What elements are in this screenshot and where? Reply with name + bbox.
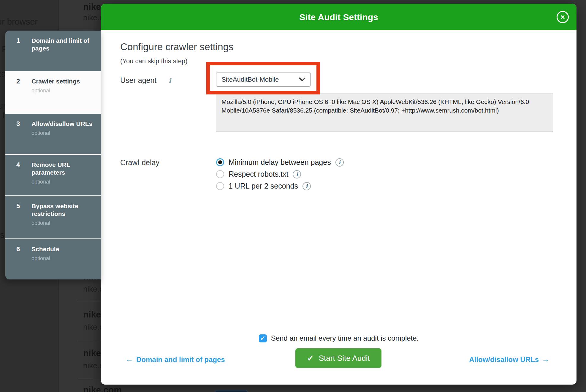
close-icon[interactable]: ✕ [557, 11, 569, 23]
info-icon[interactable]: i [169, 77, 171, 84]
step-optional-label: optional [31, 219, 98, 227]
step-schedule[interactable]: 6 Schedule optional [5, 238, 101, 279]
start-button-label: Start Site Audit [319, 354, 370, 363]
step-optional-label: optional [31, 255, 98, 262]
step-number: 5 [5, 202, 31, 238]
email-notification-row: ✓ Send an email every time an audit is c… [101, 334, 577, 342]
user-agent-label: User agent [120, 76, 156, 85]
radio-respect-robots[interactable]: Respect robots.txt i [216, 170, 344, 178]
radio-button[interactable] [216, 158, 224, 166]
next-link-label: Allow/disallow URLs [469, 355, 539, 364]
wizard-steps-sidebar: 1 Domain and limit of pages 2 Crawler se… [5, 31, 101, 279]
background-divider [77, 379, 101, 379]
arrow-right-icon: → [542, 355, 549, 364]
step-optional-label: optional [31, 129, 98, 137]
skip-step-note: (You can skip this step) [120, 57, 188, 65]
site-audit-settings-screen: ur browser P ta ur l f s nike nike.c nik… [0, 0, 586, 392]
step-bypass-website-restrictions[interactable]: 5 Bypass website restrictions optional [5, 195, 101, 238]
step-number: 6 [5, 245, 31, 279]
step-optional-label: optional [31, 87, 98, 94]
step-title: Domain and limit of pages [31, 37, 89, 52]
crawl-delay-label: Crawl-delay [120, 158, 159, 167]
step-domain-and-limit[interactable]: 1 Domain and limit of pages [5, 31, 101, 71]
background-divider [77, 340, 101, 340]
background-project-domain: nike.c [83, 361, 103, 370]
step-remove-url-parameters[interactable]: 4 Remove URL parameters optional [5, 154, 101, 195]
info-icon[interactable]: i [293, 170, 301, 178]
background-blue-button [215, 390, 248, 392]
next-allow-disallow-link[interactable]: Allow/disallow URLs → [469, 355, 549, 364]
background-project-domain: nike.c [83, 13, 103, 22]
back-to-domain-link[interactable]: ← Domain and limit of pages [126, 355, 225, 364]
modal-title: Site Audit Settings [299, 12, 378, 22]
user-agent-dropdown[interactable]: SiteAuditBot-Mobile [216, 72, 311, 87]
page-title: Configure crawler settings [120, 41, 234, 53]
background-project-name: nike. [83, 309, 103, 320]
site-audit-settings-modal: Site Audit Settings ✕ Configure crawler … [101, 4, 577, 385]
radio-one-url-per-2s[interactable]: 1 URL per 2 seconds i [216, 182, 344, 190]
step-title: Crawler settings [31, 78, 80, 85]
radio-label: Minimum delay between pages [229, 158, 331, 167]
start-site-audit-button[interactable]: ✓ Start Site Audit [295, 348, 381, 368]
info-icon[interactable]: i [302, 182, 311, 190]
background-text-fragment: ur [0, 101, 6, 111]
step-title: Schedule [31, 246, 59, 252]
crawl-delay-options: Minimum delay between pages i Respect ro… [216, 158, 344, 190]
background-project-domain: nike.c [83, 323, 103, 332]
background-project-name: nike [83, 2, 101, 12]
step-title: Remove URL parameters [31, 161, 70, 176]
step-title: Allow/disallow URLs [31, 120, 92, 127]
step-number: 4 [5, 161, 31, 195]
back-link-label: Domain and limit of pages [136, 355, 225, 364]
user-agent-string-box: Mozilla/5.0 (iPhone; CPU iPhone OS 6_0 l… [216, 94, 553, 132]
radio-button[interactable] [216, 182, 224, 190]
step-title: Bypass website restrictions [31, 203, 78, 217]
email-checkbox[interactable]: ✓ [259, 334, 267, 342]
email-checkbox-label: Send an email every time an audit is com… [271, 334, 419, 342]
background-text-fragment: s [0, 230, 4, 240]
step-crawler-settings[interactable]: 2 Crawler settings optional [5, 71, 101, 114]
arrow-left-icon: ← [126, 355, 133, 364]
background-project-name: nike. [83, 348, 103, 358]
radio-label: Respect robots.txt [229, 170, 288, 178]
step-allow-disallow-urls[interactable]: 3 Allow/disallow URLs optional [5, 114, 101, 154]
step-number: 3 [5, 120, 31, 154]
user-agent-selected-value: SiteAuditBot-Mobile [221, 76, 279, 83]
background-divider [59, 29, 101, 29]
info-icon[interactable]: i [335, 158, 344, 167]
radio-button[interactable] [216, 170, 224, 178]
background-project-domain: nike.c [83, 284, 103, 294]
check-icon: ✓ [307, 353, 314, 363]
background-project-name: nike.com [83, 385, 122, 392]
step-number: 2 [5, 78, 31, 114]
background-text-fragment: l f [0, 110, 5, 120]
step-optional-label: optional [31, 178, 98, 186]
radio-minimum-delay[interactable]: Minimum delay between pages i [216, 158, 344, 167]
background-text-fragment: ur browser [0, 17, 38, 27]
modal-header: Site Audit Settings ✕ [101, 4, 577, 30]
background-divider [77, 301, 101, 301]
chevron-down-icon [299, 78, 305, 81]
radio-label: 1 URL per 2 seconds [229, 182, 298, 190]
step-number: 1 [5, 37, 31, 71]
